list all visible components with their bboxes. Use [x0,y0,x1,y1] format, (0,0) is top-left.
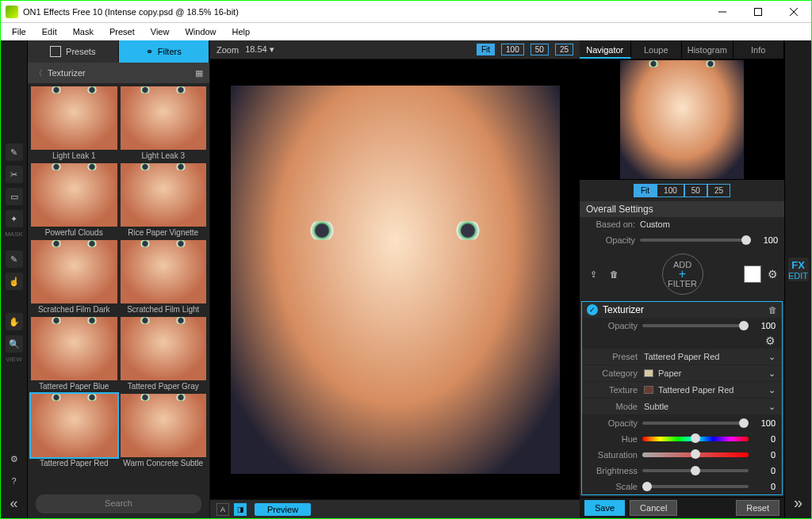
zoom-label: Zoom [216,45,239,55]
thumb-image [31,317,117,380]
filter-thumb[interactable]: Scratched Film Light [121,240,207,314]
menu-view[interactable]: View [143,25,178,39]
chevron-down-icon: ⌄ [768,385,776,395]
filter-enabled-toggle[interactable]: ✓ [587,304,598,315]
basedon-label: Based on: [586,219,635,229]
filter-hue-slider[interactable] [642,437,749,441]
tab-histogram[interactable]: Histogram [682,40,733,59]
fx-edit-button[interactable]: FX EDIT [788,258,809,281]
add-filter-button[interactable]: ADD + FILTER [662,254,703,295]
mask-shape-tool[interactable]: ✦ [6,210,23,227]
filter-bri-label: Brightness [588,466,638,475]
filter-thumb[interactable]: Light Leak 3 [121,86,207,160]
zoom-fit-button[interactable]: Fit [477,44,495,55]
filter-opacity-slider[interactable] [642,324,749,327]
compare-a-button[interactable]: A [216,503,229,516]
preview-button[interactable]: Preview [255,503,311,516]
compare-split-button[interactable]: ◨ [234,503,247,516]
zoom-100-button[interactable]: 100 [501,44,524,55]
tab-navigator[interactable]: Navigator [580,40,631,59]
refine-tool-1[interactable]: ✎ [6,250,23,268]
thumb-image [31,163,117,227]
filter-thumb[interactable]: Light Leak 1 [31,86,117,160]
toolbar-mask-label: MASK [5,231,23,238]
nav-zoom-50[interactable]: 50 [684,184,707,197]
filter-mode-dropdown[interactable]: Mode Subtle ⌄ [582,399,782,414]
nav-zoom-100[interactable]: 100 [657,184,684,197]
filter-preset-dropdown[interactable]: Preset Tattered Paper Red ⌄ [582,349,782,364]
basedon-value: Custom [640,219,778,229]
filter-opacity-value: 100 [753,321,776,330]
pan-tool[interactable]: ✋ [6,313,23,330]
filter-thumb[interactable]: Warm Concrete Subtle [121,394,207,467]
menu-preset[interactable]: Preset [102,25,143,39]
grid-view-icon[interactable]: ▦ [195,68,203,78]
tab-info[interactable]: Info [733,40,785,59]
mask-brush-tool[interactable]: ✎ [6,143,23,161]
canvas-footer: A ◨ Preview [210,499,580,518]
thumb-image [121,163,207,227]
tab-filters-label: Filters [158,47,182,56]
menu-mask[interactable]: Mask [65,25,102,39]
filter-scale-label: Scale [588,482,638,491]
overall-gear-icon[interactable]: ⚙ [768,268,778,280]
overall-opacity-slider[interactable] [640,239,751,242]
nav-zoom-25[interactable]: 25 [707,184,730,197]
close-button[interactable] [776,1,811,23]
filter-thumb[interactable]: Tattered Paper Gray [121,317,207,391]
menu-file[interactable]: File [4,25,34,39]
zoom-25-button[interactable]: 25 [555,44,573,55]
thumb-image [31,240,117,303]
zoom-value-dropdown[interactable]: 18.54 ▾ [245,44,274,55]
minimize-button[interactable] [704,1,740,23]
collapse-right-icon[interactable]: » [794,494,802,512]
nav-zoom-fit[interactable]: Fit [634,184,657,197]
canvas[interactable] [210,59,580,499]
filter-texture-dropdown[interactable]: Texture Tattered Paper Red ⌄ [582,382,782,398]
trash-icon[interactable]: 🗑 [607,267,621,281]
filter-opacity2-slider[interactable] [642,422,749,425]
save-button[interactable]: Save [584,500,625,516]
menu-edit[interactable]: Edit [34,25,65,39]
menu-help[interactable]: Help [224,25,259,39]
filter-texture-label: Texture [588,385,638,395]
color-swatch[interactable] [744,265,761,283]
mask-gradient-tool[interactable]: ▭ [6,188,23,205]
filter-delete-icon[interactable]: 🗑 [768,305,777,315]
filter-thumb[interactable]: Powerful Clouds [31,163,117,237]
filter-scale-slider[interactable] [642,485,749,488]
cancel-button[interactable]: Cancel [630,500,677,516]
filter-thumb[interactable]: Scratched Film Dark [31,240,117,314]
toolbar-refine-label [13,293,14,300]
zoom-tool[interactable]: 🔍 [6,335,23,353]
navigator-preview[interactable] [580,59,784,180]
svg-rect-1 [754,8,761,15]
chevron-down-icon: ⌄ [768,402,776,412]
filter-gear-icon[interactable]: ⚙ [765,334,776,347]
collapse-left-icon[interactable]: « [6,494,23,512]
maximize-button[interactable] [740,1,776,23]
settings-gear-icon[interactable]: ⚙ [6,450,23,467]
menu-window[interactable]: Window [177,25,224,39]
filter-thumb[interactable]: Rice Paper Vignette [121,163,207,237]
navigator-image [620,60,744,179]
zoom-50-button[interactable]: 50 [530,44,549,55]
filter-thumb[interactable]: Tattered Paper Red [31,394,117,467]
filter-category-dropdown[interactable]: Category Paper ⌄ [582,365,782,381]
category-header[interactable]: 〈 Texturizer ▦ [28,63,209,83]
tab-filters[interactable]: ⚭ Filters [119,40,210,63]
export-icon[interactable]: ⇪ [586,267,600,281]
filter-stack-item: ✓ Texturizer 🗑 Opacity 100 ⚙ Preset Tatt… [581,301,783,495]
search-input[interactable]: Search [36,494,201,513]
filter-bri-slider[interactable] [642,469,749,472]
reset-button[interactable]: Reset [736,500,779,516]
filter-grid: Light Leak 1Light Leak 3Powerful CloudsR… [28,83,209,491]
left-panel: Presets ⚭ Filters 〈 Texturizer ▦ Light L… [28,40,210,518]
mask-bug-tool[interactable]: ✂ [6,166,23,183]
filter-sat-slider[interactable] [642,452,749,457]
refine-tool-2[interactable]: ☝ [6,273,23,290]
help-icon[interactable]: ? [6,472,23,490]
tab-presets[interactable]: Presets [28,40,119,63]
tab-loupe[interactable]: Loupe [631,40,683,59]
filter-thumb[interactable]: Tattered Paper Blue [31,317,117,391]
